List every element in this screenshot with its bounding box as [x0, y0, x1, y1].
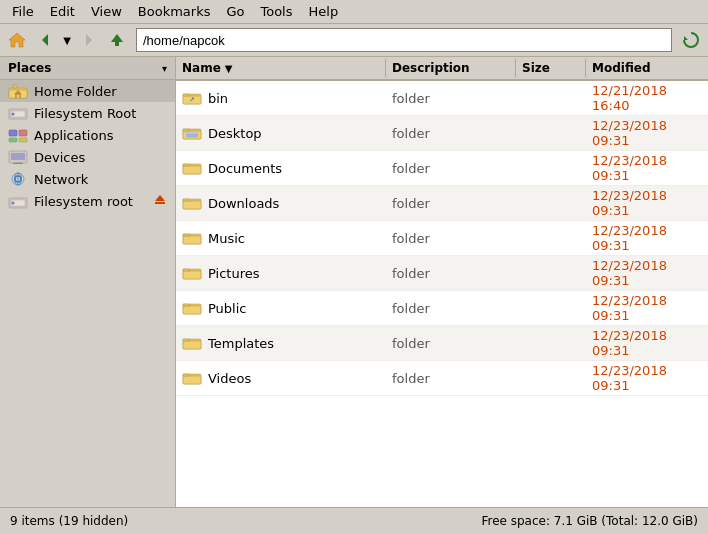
column-description-label: Description	[392, 61, 470, 75]
column-description-header[interactable]: Description	[386, 59, 516, 77]
file-name-label: bin	[208, 91, 228, 106]
back-button[interactable]	[32, 27, 58, 53]
sidebar-header: Places ▾	[0, 57, 175, 80]
sidebar-toggle[interactable]: ▾	[162, 63, 167, 74]
menu-go[interactable]: Go	[218, 2, 252, 21]
svg-point-12	[12, 113, 15, 116]
file-name-cell: Music	[176, 227, 386, 250]
svg-rect-58	[183, 376, 201, 384]
table-row[interactable]: Downloads folder 12/23/2018 09:31	[176, 186, 708, 221]
sidebar-item-filesystem-root[interactable]: Filesystem Root	[0, 102, 175, 124]
svg-rect-46	[183, 236, 201, 244]
table-row[interactable]: Pictures folder 12/23/2018 09:31	[176, 256, 708, 291]
file-name-cell: Videos	[176, 367, 386, 390]
sidebar-item-home-folder[interactable]: Home Folder	[0, 80, 175, 102]
menu-file[interactable]: File	[4, 2, 42, 21]
main-layout: Places ▾ Home Folder	[0, 57, 708, 507]
svg-rect-16	[19, 138, 27, 142]
menu-help[interactable]: Help	[301, 2, 347, 21]
file-description-cell: folder	[386, 159, 516, 178]
svg-rect-38	[186, 132, 198, 133]
toolbar: ▼	[0, 24, 708, 57]
table-row[interactable]: Desktop folder 12/23/2018 09:31	[176, 116, 708, 151]
svg-marker-3	[111, 34, 123, 46]
table-row[interactable]: Templates folder 12/23/2018 09:31	[176, 326, 708, 361]
table-row[interactable]: Public folder 12/23/2018 09:31	[176, 291, 708, 326]
file-description-cell: folder	[386, 334, 516, 353]
menu-tools[interactable]: Tools	[252, 2, 300, 21]
column-size-header[interactable]: Size	[516, 59, 586, 77]
home-button[interactable]	[4, 27, 30, 53]
file-description-cell: folder	[386, 229, 516, 248]
folder-icon	[182, 159, 202, 178]
table-row[interactable]: Videos folder 12/23/2018 09:31	[176, 361, 708, 396]
file-size-cell	[516, 131, 586, 135]
refresh-button[interactable]	[678, 27, 704, 53]
file-modified-cell: 12/23/2018 09:31	[586, 326, 708, 360]
file-modified-cell: 12/23/2018 09:31	[586, 221, 708, 255]
svg-rect-43	[183, 201, 201, 209]
column-name-label: Name	[182, 61, 221, 75]
column-size-label: Size	[522, 61, 550, 75]
menu-view[interactable]: View	[83, 2, 130, 21]
svg-text:↗: ↗	[189, 96, 195, 104]
file-name-label: Pictures	[208, 266, 259, 281]
svg-rect-49	[183, 271, 201, 279]
statusbar-right: Free space: 7.1 GiB (Total: 12.0 GiB)	[481, 514, 698, 528]
menu-bookmarks[interactable]: Bookmarks	[130, 2, 219, 21]
sidebar-item-devices[interactable]: Devices	[0, 146, 175, 168]
folder-icon	[182, 264, 202, 283]
back-dropdown-button[interactable]: ▼	[60, 27, 74, 53]
file-name-label: Music	[208, 231, 245, 246]
svg-marker-2	[86, 34, 92, 46]
file-name-cell: Templates	[176, 332, 386, 355]
file-description-cell: folder	[386, 89, 516, 108]
svg-marker-53	[183, 304, 190, 306]
svg-rect-20	[13, 163, 23, 164]
file-modified-cell: 12/23/2018 09:31	[586, 291, 708, 325]
table-row[interactable]: Music folder 12/23/2018 09:31	[176, 221, 708, 256]
address-bar[interactable]	[136, 28, 672, 52]
file-size-cell	[516, 341, 586, 345]
svg-marker-7	[13, 85, 17, 88]
file-description-cell: folder	[386, 264, 516, 283]
folder-icon	[182, 334, 202, 353]
folder-icon	[182, 229, 202, 248]
up-button[interactable]	[104, 27, 130, 53]
table-row[interactable]: Documents folder 12/23/2018 09:31	[176, 151, 708, 186]
svg-rect-52	[183, 306, 201, 314]
file-name-label: Videos	[208, 371, 251, 386]
sidebar-item-network[interactable]: Network	[0, 168, 175, 190]
svg-marker-4	[684, 36, 688, 40]
eject-icon[interactable]	[153, 193, 167, 210]
svg-rect-29	[155, 202, 165, 204]
folder-icon	[182, 194, 202, 213]
file-name-cell: Pictures	[176, 262, 386, 285]
file-size-cell	[516, 201, 586, 205]
sidebar-item-filesystem-root-2[interactable]: Filesystem root	[0, 190, 175, 213]
column-modified-header[interactable]: Modified	[586, 59, 708, 77]
file-description-cell: folder	[386, 299, 516, 318]
folder-icon: ↗	[182, 89, 202, 108]
sidebar-item-devices-label: Devices	[34, 150, 85, 165]
address-bar-container	[136, 28, 672, 52]
menu-edit[interactable]: Edit	[42, 2, 83, 21]
home-folder-icon	[8, 83, 28, 99]
forward-button[interactable]	[76, 27, 102, 53]
svg-marker-44	[183, 199, 190, 201]
file-size-cell	[516, 376, 586, 380]
file-size-cell	[516, 96, 586, 100]
table-row[interactable]: ↗ bin folder 12/21/2018 16:40	[176, 81, 708, 116]
file-modified-cell: 12/23/2018 09:31	[586, 361, 708, 395]
folder-icon	[182, 299, 202, 318]
svg-marker-47	[183, 234, 190, 236]
network-icon	[8, 171, 28, 187]
file-name-label: Public	[208, 301, 246, 316]
sidebar-item-filesystem-root-label: Filesystem Root	[34, 106, 136, 121]
sidebar-item-applications[interactable]: Applications	[0, 124, 175, 146]
file-modified-cell: 12/23/2018 09:31	[586, 186, 708, 220]
menubar: File Edit View Bookmarks Go Tools Help	[0, 0, 708, 24]
svg-marker-0	[9, 33, 25, 47]
column-name-header[interactable]: Name ▼	[176, 59, 386, 77]
svg-rect-15	[9, 138, 17, 142]
